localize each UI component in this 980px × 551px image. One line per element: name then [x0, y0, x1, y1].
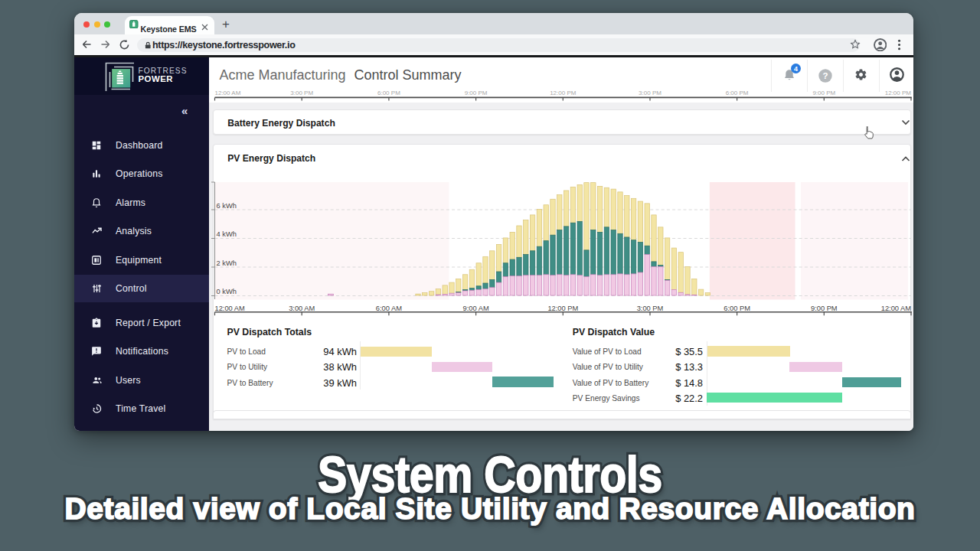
svg-text:12:00 PM: 12:00 PM: [547, 305, 578, 312]
svg-text:6 kWh: 6 kWh: [217, 202, 237, 210]
svg-text:3:00 PM: 3:00 PM: [637, 305, 664, 312]
svg-text:6:00 AM: 6:00 AM: [376, 305, 402, 312]
svg-text:9:00 PM: 9:00 PM: [812, 90, 835, 96]
svg-text:4 kWh: 4 kWh: [217, 230, 237, 238]
svg-text:2 kWh: 2 kWh: [217, 259, 237, 267]
svg-text:12:00 PM: 12:00 PM: [885, 90, 912, 96]
svg-text:?: ?: [823, 71, 828, 80]
svg-text:0 kWh: 0 kWh: [217, 288, 237, 295]
svg-text:9:00 PM: 9:00 PM: [811, 305, 838, 312]
svg-text:12:00 AM: 12:00 AM: [215, 90, 241, 96]
svg-text:4: 4: [794, 65, 798, 73]
svg-text:12:00 PM: 12:00 PM: [550, 90, 577, 96]
svg-text:9:00 PM: 9:00 PM: [465, 90, 488, 96]
svg-text:6:00 PM: 6:00 PM: [724, 305, 750, 312]
svg-text:6:00 PM: 6:00 PM: [377, 90, 400, 96]
svg-text:6:00 PM: 6:00 PM: [726, 90, 749, 96]
svg-text:9:00 AM: 9:00 AM: [463, 305, 489, 312]
svg-text:3:00 AM: 3:00 AM: [289, 305, 315, 312]
svg-text:12:00 AM: 12:00 AM: [881, 305, 911, 312]
svg-text:3:00 PM: 3:00 PM: [290, 90, 313, 96]
svg-text:3:00 PM: 3:00 PM: [639, 90, 662, 96]
svg-text:12:00 AM: 12:00 AM: [215, 305, 245, 312]
